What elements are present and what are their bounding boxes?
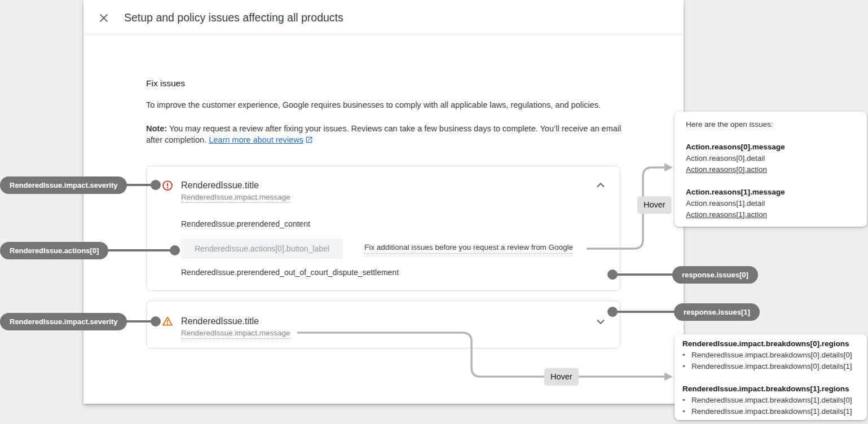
issue-action-button[interactable]: RenderedIssue.actions[0].button_label — [181, 238, 343, 259]
hover-tag-bottom: Hover — [544, 368, 579, 386]
prerendered-content: RenderedIssue.prerendered_content — [181, 219, 310, 228]
open-in-new-icon — [305, 135, 313, 147]
reason-action-link[interactable]: Action.reasons[1].action — [686, 210, 767, 219]
annotation-pill-severity-0: RenderedIssue.impact.severity — [0, 176, 127, 194]
settlement-text: RenderedIssue.prerendered_out_of_court_d… — [181, 268, 399, 277]
breakdown-detail: •RenderedIssue.impact.breakdowns[0].deta… — [682, 362, 852, 371]
reason-detail: Action.reasons[1].detail — [686, 199, 765, 208]
bullet-icon: • — [682, 407, 691, 416]
chevron-up-icon — [594, 179, 607, 192]
breakdown-regions: RenderedIssue.impact.breakdowns[1].regio… — [682, 385, 849, 394]
impact-message[interactable]: RenderedIssue.impact.message — [181, 193, 290, 203]
tooltip-heading: Here are the open issues: — [686, 120, 773, 129]
reason-message: Action.reasons[0].message — [686, 143, 785, 152]
expand-button[interactable] — [594, 315, 607, 328]
reason-action-link[interactable]: Action.reasons[0].action — [686, 165, 767, 174]
close-icon — [98, 12, 109, 24]
bullet-icon: • — [682, 362, 691, 371]
learn-more-link[interactable]: Learn more about reviews — [209, 135, 303, 144]
tooltip-open-issues: Here are the open issues: Action.reasons… — [675, 112, 867, 227]
dialog-panel: Setup and policy issues affecting all pr… — [83, 0, 684, 404]
annotation-pill-severity-1: RenderedIssue.impact.severity — [0, 313, 127, 330]
bullet-icon: • — [682, 351, 691, 360]
breakdown-detail: •RenderedIssue.impact.breakdowns[0].deta… — [682, 351, 852, 360]
collapse-button[interactable] — [594, 179, 607, 192]
tooltip-breakdowns: RenderedIssue.impact.breakdowns[0].regio… — [675, 334, 867, 420]
breakdown-regions: RenderedIssue.impact.breakdowns[0].regio… — [682, 339, 849, 348]
reason-message: Action.reasons[1].message — [686, 188, 785, 197]
impact-message[interactable]: RenderedIssue.impact.message — [181, 329, 290, 339]
issue-title: RenderedIssue.title — [181, 316, 259, 326]
close-button[interactable] — [98, 12, 109, 24]
hover-tag-top: Hover — [637, 196, 672, 214]
dialog-header: Setup and policy issues affecting all pr… — [83, 0, 684, 35]
issue-card-0: RenderedIssue.title RenderedIssue.impact… — [146, 166, 620, 291]
breakdown-detail: •RenderedIssue.impact.breakdowns[1].deta… — [682, 396, 852, 405]
intro-text: To improve the customer experience, Goog… — [146, 100, 601, 109]
chevron-down-icon — [594, 315, 607, 328]
breakdown-detail: •RenderedIssue.impact.breakdowns[1].deta… — [682, 407, 852, 416]
note-text: Note: You may request a review after fix… — [146, 123, 623, 147]
error-icon — [162, 180, 173, 191]
dialog-title: Setup and policy issues affecting all pr… — [124, 11, 343, 24]
note-label: Note: — [146, 124, 167, 133]
reason-detail: Action.reasons[0].detail — [686, 154, 765, 163]
issue-card-1: RenderedIssue.title RenderedIssue.impact… — [146, 301, 620, 348]
review-hint-text[interactable]: Fix additional issues before you request… — [364, 243, 573, 254]
annotated-screenshot: { "window": { "title": "Setup and policy… — [0, 0, 868, 424]
annotation-pill-issues-0: response.issues[0] — [672, 266, 758, 284]
annotation-pill-issues-1: response.issues[1] — [674, 303, 760, 321]
issue-title: RenderedIssue.title — [181, 180, 259, 191]
annotation-pill-actions: RenderedIssue.actions[0] — [0, 242, 108, 259]
section-heading: Fix issues — [146, 78, 185, 89]
bullet-icon: • — [682, 396, 691, 405]
warning-icon — [162, 316, 173, 327]
